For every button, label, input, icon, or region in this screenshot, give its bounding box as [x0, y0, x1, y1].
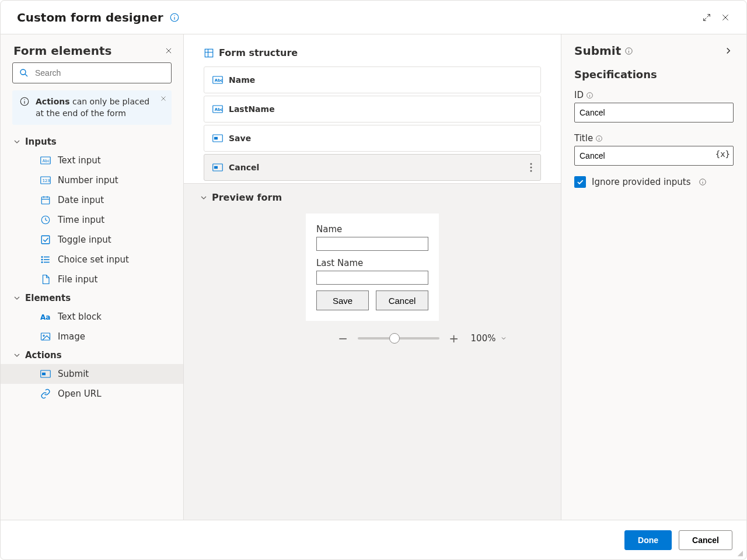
header-bar: Custom form designer	[1, 1, 746, 34]
preview-cancel-button[interactable]: Cancel	[376, 290, 428, 310]
left-panel-title: Form elements	[13, 44, 165, 58]
preview-save-button[interactable]: Save	[316, 290, 369, 310]
zoom-slider[interactable]	[358, 337, 439, 340]
preview-input-lastname[interactable]	[316, 271, 428, 285]
svg-rect-38	[205, 49, 213, 57]
banner-text: Actions can only be placed at the end of…	[36, 96, 154, 119]
leaf-toggle-input[interactable]: Toggle input	[1, 230, 183, 250]
info-icon	[19, 96, 30, 119]
leaf-choice-set-input[interactable]: Choice set input	[1, 250, 183, 270]
zoom-in-button[interactable]: +	[448, 331, 460, 345]
title-info-icon[interactable]	[595, 135, 603, 142]
chevron-down-icon	[12, 137, 22, 146]
text-icon: Aa	[40, 312, 51, 322]
calendar-icon	[40, 195, 51, 205]
checkbox-info-icon[interactable]	[699, 178, 707, 186]
checkbox-icon	[40, 235, 51, 245]
done-button[interactable]: Done	[624, 530, 672, 550]
category-inputs[interactable]: Inputs	[1, 133, 183, 150]
structure-icon	[204, 48, 214, 58]
search-box[interactable]	[12, 62, 172, 83]
left-panel: Form elements Actions can only be placed…	[1, 34, 184, 520]
id-input[interactable]	[574, 103, 734, 123]
search-icon	[19, 68, 29, 78]
leaf-file-input[interactable]: File input	[1, 270, 183, 289]
specifications-title: Specifications	[574, 68, 734, 80]
structure-item-name[interactable]: Abc Name	[204, 66, 541, 93]
structure-item-lastname[interactable]: Abc LastName	[204, 96, 541, 123]
svg-text:Abc: Abc	[215, 78, 223, 83]
left-panel-close-icon[interactable]	[165, 47, 173, 55]
text-input-icon: Abc	[40, 155, 51, 166]
id-info-icon[interactable]	[586, 92, 594, 99]
leaf-text-input[interactable]: Abc Text input	[1, 150, 183, 170]
chevron-down-icon	[500, 335, 507, 342]
structure-item-cancel[interactable]: Cancel	[204, 154, 541, 181]
body: Form elements Actions can only be placed…	[1, 34, 746, 520]
header-info-icon[interactable]	[169, 12, 180, 23]
form-structure-title: Form structure	[204, 47, 541, 58]
svg-rect-26	[41, 236, 50, 244]
svg-rect-46	[214, 137, 218, 140]
svg-point-57	[589, 93, 590, 94]
svg-text:Abc: Abc	[215, 107, 223, 112]
svg-point-31	[41, 259, 43, 260]
chevron-down-icon	[12, 293, 22, 303]
image-icon	[40, 331, 51, 342]
title-label: Title	[574, 133, 734, 144]
leaf-number-input[interactable]: 123 Number input	[1, 170, 183, 190]
right-title: Submit	[574, 44, 621, 58]
submit-icon	[212, 134, 223, 142]
ignore-inputs-row[interactable]: Ignore provided inputs	[574, 176, 734, 188]
more-icon[interactable]	[530, 163, 532, 172]
preview-label-lastname: Last Name	[316, 258, 428, 268]
fx-button[interactable]: {x}	[715, 149, 730, 159]
category-actions[interactable]: Actions	[1, 346, 183, 364]
chevron-down-icon	[199, 193, 208, 202]
leaf-date-input[interactable]: Date input	[1, 190, 183, 210]
preview-title[interactable]: Preview form	[199, 192, 549, 203]
svg-point-35	[43, 335, 44, 337]
category-elements[interactable]: Elements	[1, 289, 183, 307]
text-input-icon: Abc	[212, 76, 223, 84]
svg-point-11	[24, 99, 25, 100]
preview-input-name[interactable]	[316, 237, 428, 251]
window-title: Custom form designer	[17, 10, 163, 24]
chevron-right-icon[interactable]	[723, 46, 734, 56]
title-input[interactable]	[574, 146, 734, 166]
chevron-down-icon	[12, 351, 22, 360]
expand-button[interactable]	[697, 8, 716, 27]
banner-close-icon[interactable]	[160, 95, 167, 102]
svg-text:123: 123	[43, 178, 50, 183]
form-structure-area: Form structure Abc Name Abc LastName Sav…	[184, 34, 561, 183]
search-input[interactable]	[34, 68, 165, 78]
zoom-out-button[interactable]: −	[337, 331, 350, 345]
close-button[interactable]	[716, 8, 735, 27]
cancel-button[interactable]: Cancel	[679, 530, 732, 550]
center-panel: Form structure Abc Name Abc LastName Sav…	[184, 34, 561, 520]
right-panel: Submit Specifications ID Title	[561, 34, 746, 520]
svg-point-63	[703, 180, 703, 181]
leaf-image[interactable]: Image	[1, 327, 183, 346]
zoom-thumb[interactable]	[389, 333, 400, 344]
app-window: Custom form designer Form elements	[0, 0, 747, 560]
zoom-level-dropdown[interactable]: 100%	[471, 333, 508, 344]
svg-point-2	[174, 15, 174, 16]
svg-point-30	[41, 257, 43, 258]
footer: Done Cancel ◢	[1, 520, 746, 559]
preview-label-name: Name	[316, 224, 428, 235]
svg-point-49	[530, 163, 532, 165]
info-banner: Actions can only be placed at the end of…	[12, 90, 172, 125]
right-title-info-icon[interactable]	[624, 47, 633, 55]
structure-item-save[interactable]: Save	[204, 125, 541, 152]
leaf-open-url[interactable]: Open URL	[1, 384, 183, 404]
checkbox-label: Ignore provided inputs	[592, 177, 690, 187]
id-label: ID	[574, 90, 734, 100]
checkbox-checked-icon[interactable]	[574, 176, 586, 188]
submit-icon	[40, 369, 51, 379]
leaf-time-input[interactable]: Time input	[1, 210, 183, 230]
leaf-submit[interactable]: Submit	[1, 364, 183, 384]
leaf-text-block[interactable]: Aa Text block	[1, 307, 183, 327]
list-icon	[40, 254, 51, 265]
resize-grip-icon[interactable]: ◢	[738, 549, 743, 557]
